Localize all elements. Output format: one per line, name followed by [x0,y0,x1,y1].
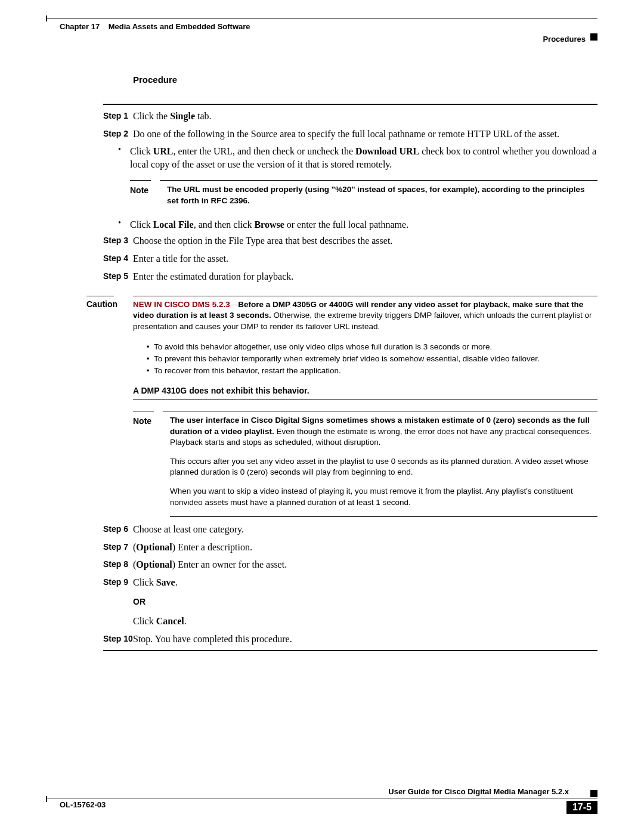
bullet-dot: • [133,366,154,376]
footer-rule [47,798,597,798]
caution-sep: — [230,300,239,309]
chapter-header: Chapter 17 Media Assets and Embedded Sof… [60,22,250,31]
bullet-dot: • [133,354,154,364]
caution-content-rule-bottom [133,400,597,400]
step-1-text-1: Click the [133,111,170,121]
bullet-text: To prevent this behavior temporarily whe… [154,354,540,364]
cancel-line: Click Cancel. [133,615,597,628]
caution-closing: A DMP 4310G does not exhibit this behavi… [133,385,597,397]
header-rule [47,18,597,18]
footer-docnum: OL-15762-03 [60,800,106,809]
step-2-body: Do one of the following in the Source ar… [133,128,597,141]
b2-b1: Local File [153,219,194,230]
step-7: Step 7 (Optional) Enter a description. [103,541,597,554]
step-2-bullet-2: • Click Local File, and then click Brows… [103,218,597,231]
step-6: Step 6 Choose at least one category. [103,523,597,536]
s7-b1: Optional [136,542,172,552]
step-10-body: Stop. You have completed this procedure. [133,633,597,646]
bullet-text: To recover from this behavior, restart t… [154,366,341,376]
b2-b2: Browse [254,219,284,230]
step-4: Step 4 Enter a title for the asset. [103,252,597,265]
caution-bullet-3: • To recover from this behavior, restart… [133,366,597,376]
cancel-t1: Click [133,616,156,626]
cancel-t2: . [184,616,187,626]
step-2-bullet-1: • Click URL, enter the URL, and then che… [103,145,597,171]
step-6-label: Step 6 [103,523,133,534]
step-2: Step 2 Do one of the following in the So… [103,128,597,141]
note2-para2: This occurs after you set any video asse… [170,456,597,478]
header-tick [46,16,47,21]
note-url-encoding: Note The URL must be encoded properly (u… [130,180,597,206]
b-t1: Click [130,146,153,156]
step-2-label: Step 2 [103,128,133,138]
step-1-body: Click the Single tab. [133,110,597,123]
page-number-badge: 17-5 [566,801,597,814]
b-b2: Download URL [355,146,419,156]
step-4-body: Enter a title for the asset. [133,252,597,265]
step-1-text-2: tab. [195,111,212,121]
s9-b1: Save [156,577,175,587]
b2-t3: or enter the full local pathname. [284,219,408,230]
b-b1: URL [153,146,174,156]
step-7-label: Step 7 [103,541,133,552]
procedure-bottom-rule [103,650,597,651]
content: Procedure Step 1 Click the Single tab. S… [103,75,597,656]
b2-t1: Click [130,219,153,230]
step-4-label: Step 4 [103,252,133,263]
bullet-text: Click URL, enter the URL, and then check… [130,145,597,171]
caution-block: Caution NEW IN CISCO DMS 5.2.3—Before a … [86,296,597,400]
footer-guide: User Guide for Cisco Digital Media Manag… [388,787,569,796]
bullet-dot: • [133,342,154,352]
note2-content-rule-top [163,411,597,411]
caution-bullet-2: • To prevent this behavior temporarily w… [133,354,597,364]
note2-para3: When you want to skip a video instead of… [170,486,597,507]
header-accent-square [590,33,597,41]
caution-content-rule-top [133,296,597,296]
step-3-body: Choose the option in the File Type area … [133,234,597,247]
bullet-text: To avoid this behavior altogether, use o… [154,342,492,352]
b-t2: , enter the URL, and then check or unche… [173,146,355,156]
note-label-rule [130,180,151,184]
step-3: Step 3 Choose the option in the File Typ… [103,234,597,247]
section-name: Procedures [543,35,586,44]
caution-label: Caution [86,299,133,396]
step-5-label: Step 5 [103,270,133,281]
chapter-number: Chapter 17 [60,22,100,31]
step-9: Step 9 Click Save. [103,576,597,589]
note-zero-seconds: Note The user interface in Cisco Digital… [133,411,597,517]
caution-body: NEW IN CISCO DMS 5.2.3—Before a DMP 4305… [133,299,597,396]
bullet-text: Click Local File, and then click Browse … [130,218,597,231]
chapter-title: Media Assets and Embedded Software [109,22,250,31]
step-8: Step 8 (Optional) Enter an owner for the… [103,558,597,571]
step-9-body: Click Save. [133,576,597,589]
step-6-body: Choose at least one category. [133,523,597,536]
footer-tick [46,796,47,802]
note-label: Note [130,184,167,195]
bullet-dot: • [103,145,130,171]
caution-red: NEW IN CISCO DMS 5.2.3 [133,300,230,309]
s8-b1: Optional [136,559,172,569]
step-9-label: Step 9 [103,576,133,587]
step-8-body: (Optional) Enter an owner for the asset. [133,558,597,571]
note2-body: The user interface in Cisco Digital Sign… [170,415,597,508]
note-body: The URL must be encoded properly (using … [167,184,597,206]
note2-label-rule [133,411,154,415]
step-10: Step 10 Stop. You have completed this pr… [103,633,597,646]
s8-t2: ) Enter an owner for the asset. [172,559,287,569]
step-5: Step 5 Enter the estimated duration for … [103,270,597,283]
s9-t2: . [175,577,178,587]
step-5-body: Enter the estimated duration for playbac… [133,270,597,283]
step-1: Step 1 Click the Single tab. [103,110,597,123]
note-content-rule-top [160,180,597,181]
step-7-body: (Optional) Enter a description. [133,541,597,554]
b2-t2: , and then click [194,219,255,230]
step-1-label: Step 1 [103,110,133,120]
step-8-label: Step 8 [103,558,133,569]
procedure-top-rule [103,104,597,105]
bullet-dot: • [103,218,130,231]
step-10-label: Step 10 [103,633,133,643]
footer-accent-square [590,790,597,797]
or-label: OR [133,597,597,606]
step-1-bold-1: Single [170,111,195,121]
cancel-b1: Cancel [156,616,184,626]
